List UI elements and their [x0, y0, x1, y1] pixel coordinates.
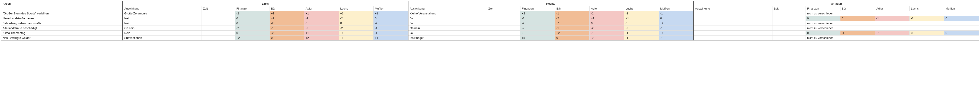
cell: 0 — [806, 16, 840, 21]
cell: -2 — [339, 16, 373, 21]
cell: +1 — [304, 31, 339, 35]
cell — [202, 26, 235, 31]
header-zeit-v: Zeit — [772, 6, 805, 11]
cell — [693, 31, 772, 35]
cell: +5 — [520, 35, 555, 40]
cell: 0 — [944, 31, 978, 35]
cell: Alte landstraße beschädigt — [2, 26, 123, 31]
cell: Fahradweg neben Landstraße — [2, 21, 123, 26]
cell — [772, 26, 805, 31]
table-row: Neu Bewilligte GelderSubventionen+20+2+1… — [2, 35, 979, 40]
cell — [693, 11, 772, 16]
cell: 0 — [373, 16, 408, 21]
cell: Ja — [408, 21, 487, 26]
header-luchs-v: Luchs — [910, 6, 944, 11]
cell: -1 — [659, 26, 693, 31]
cell — [202, 35, 235, 40]
cell: -1 — [555, 11, 590, 16]
cell: -2 — [520, 26, 555, 31]
cell: -1 — [304, 16, 339, 21]
cell: -2 — [590, 26, 624, 31]
table-row: Klima ThementagNein0-2+1+1-1Ja0+2-1-1+10… — [2, 31, 979, 35]
header-auswirkung-l: Auswirkung — [123, 6, 202, 11]
cell: -1 — [590, 31, 624, 35]
cell: -2 — [339, 26, 373, 31]
header-luchs-l: Luchs — [339, 6, 373, 11]
cell — [202, 16, 235, 21]
cell: -2 — [304, 26, 339, 31]
cell: -3 — [520, 16, 555, 21]
table-row: Fahradweg neben LandstraßeNein0-200-2Ja-… — [2, 21, 979, 26]
header-finanzen-r: Finanzen — [520, 6, 555, 11]
cell: +1 — [339, 31, 373, 35]
cell: Neu Bewilligte Gelder — [2, 35, 123, 40]
cell — [693, 16, 772, 21]
not-deferrable-cell: nicht zu verschieben — [806, 26, 979, 31]
cell: Neue Landstraße bauen — [2, 16, 123, 21]
header-adler-r: Adler — [590, 6, 624, 11]
header-auswirkung-r: Auswirkung — [408, 6, 487, 11]
cell: -2 — [624, 26, 659, 31]
cell: -2 — [590, 35, 624, 40]
cell: 0 — [555, 35, 590, 40]
not-deferrable-cell: nicht zu verschieben — [806, 21, 979, 26]
header-blank — [2, 6, 123, 11]
cell: -2 — [373, 21, 408, 26]
cell — [487, 21, 520, 26]
cell — [693, 26, 772, 31]
cell: +1 — [590, 16, 624, 21]
cell: +1 — [624, 16, 659, 21]
cell: +1 — [339, 35, 373, 40]
cell: Oh nein... — [123, 26, 202, 31]
cell — [487, 35, 520, 40]
data-table: Aktion Links Rechts vertagen Auswirkung … — [1, 1, 979, 40]
not-deferrable-cell: nicht zu verschieben — [806, 11, 979, 16]
cell: 0 — [520, 31, 555, 35]
cell — [772, 35, 805, 40]
cell: +1 — [555, 21, 590, 26]
cell: Subventionen — [123, 35, 202, 40]
cell: +2 — [659, 21, 693, 26]
cell: +2 — [235, 35, 270, 40]
header-zeit-r: Zeit — [487, 6, 520, 11]
header-vertagen: vertagen — [693, 2, 978, 6]
header-adler-v: Adler — [875, 6, 910, 11]
cell: +2 — [270, 16, 304, 21]
cell: Oh nein... — [408, 26, 487, 31]
cell: +1 — [339, 11, 373, 16]
cell: -1 — [373, 26, 408, 31]
cell: -1 — [840, 31, 875, 35]
cell: -1 — [590, 11, 624, 16]
cell: -1 — [555, 26, 590, 31]
cell — [202, 31, 235, 35]
cell: 0 — [910, 31, 944, 35]
cell: +1 — [659, 31, 693, 35]
cell: 0 — [944, 16, 978, 21]
header-adler-l: Adler — [304, 6, 339, 11]
header-aktion: Aktion — [2, 2, 123, 6]
header-baer-l: Bär — [270, 6, 304, 11]
not-deferrable-cell: nicht zu verschieben — [806, 35, 979, 40]
cell — [772, 21, 805, 26]
header-baer-r: Bär — [555, 6, 590, 11]
header-auswirkung-v: Auswirkung — [693, 6, 772, 11]
cell: Ja — [408, 16, 487, 21]
cell: +1 — [373, 35, 408, 40]
cell — [772, 31, 805, 35]
cell: -1 — [624, 11, 659, 16]
cell: -2 — [270, 21, 304, 26]
cell: -2 — [520, 21, 555, 26]
cell: -1 — [624, 35, 659, 40]
cell — [772, 16, 805, 21]
table-wrapper: Aktion Links Rechts vertagen Auswirkung … — [1, 1, 979, 41]
cell: +1 — [373, 11, 408, 16]
header-mufflon-l: Mufflon — [373, 6, 408, 11]
header-luchs-r: Luchs — [624, 6, 659, 11]
cell: -1 — [875, 16, 910, 21]
cell: +1 — [270, 11, 304, 16]
cell: +1 — [304, 11, 339, 16]
header-baer-v: Bär — [840, 6, 875, 11]
cell: -1 — [659, 35, 693, 40]
cell: 0 — [659, 16, 693, 21]
cell: -2 — [235, 11, 270, 16]
